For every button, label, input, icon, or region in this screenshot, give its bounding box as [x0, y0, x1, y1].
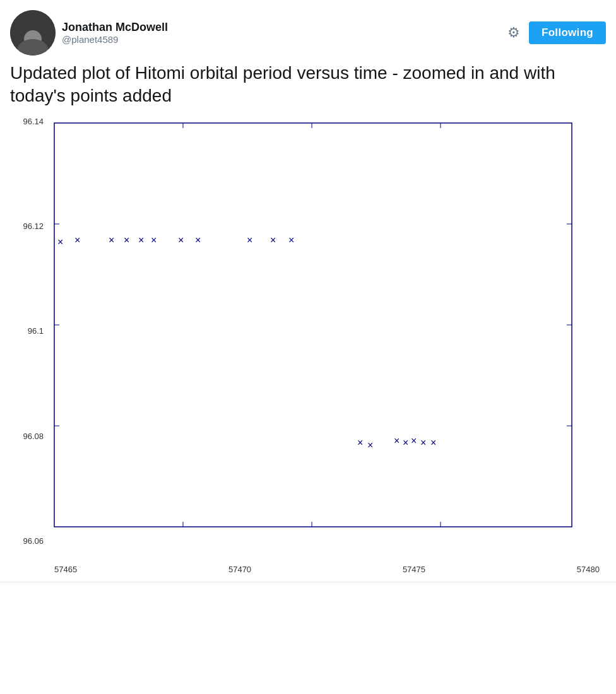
svg-text:×: × — [288, 235, 294, 245]
x-label-3: 57475 — [403, 565, 425, 574]
user-handle: @planet4589 — [62, 34, 168, 45]
svg-text:×: × — [403, 437, 408, 448]
user-name: Jonathan McDowell — [62, 21, 168, 34]
svg-text:×: × — [74, 235, 80, 245]
svg-text:×: × — [420, 437, 426, 448]
y-label-4: 96.08 — [9, 432, 44, 441]
y-label-1: 96.14 — [9, 117, 44, 126]
svg-text:×: × — [124, 235, 129, 245]
y-axis: 96.14 96.12 96.1 96.08 96.06 — [9, 117, 44, 546]
svg-text:×: × — [367, 440, 373, 450]
y-label-2: 96.12 — [9, 221, 44, 231]
chart-area: 96.14 96.12 96.1 96.08 96.06 — [48, 117, 606, 546]
svg-text:×: × — [151, 235, 157, 245]
tweet-text: Updated plot of Hitomi orbital period ve… — [10, 62, 606, 108]
svg-rect-0 — [54, 123, 572, 527]
svg-text:×: × — [195, 235, 201, 245]
x-axis: 57465 57470 57475 57480 — [54, 565, 600, 574]
svg-text:×: × — [109, 235, 114, 245]
svg-text:×: × — [270, 235, 276, 245]
header-right: ⚙ Following — [507, 21, 606, 44]
y-label-5: 96.06 — [9, 536, 44, 546]
user-info: Jonathan McDowell @planet4589 — [62, 21, 168, 45]
svg-text:×: × — [394, 435, 400, 446]
svg-text:×: × — [57, 237, 63, 247]
chart-svg: × × × × × × × × × × × — [48, 117, 578, 546]
svg-text:×: × — [430, 437, 436, 448]
x-label-2: 57470 — [228, 565, 251, 574]
svg-text:×: × — [178, 235, 184, 245]
y-label-3: 96.1 — [9, 326, 44, 336]
x-label-4: 57480 — [577, 565, 600, 574]
svg-text:×: × — [247, 235, 252, 245]
svg-text:×: × — [357, 437, 363, 448]
follow-button[interactable]: Following — [529, 21, 606, 44]
avatar — [10, 10, 56, 56]
chart-container: 96.14 96.12 96.1 96.08 96.06 — [10, 117, 606, 574]
x-label-1: 57465 — [54, 565, 77, 574]
tweet-card: Jonathan McDowell @planet4589 ⚙ Followin… — [0, 0, 616, 582]
tweet-header: Jonathan McDowell @planet4589 ⚙ Followin… — [10, 10, 606, 56]
svg-text:×: × — [411, 435, 417, 446]
header-left: Jonathan McDowell @planet4589 — [10, 10, 168, 56]
svg-text:×: × — [138, 235, 144, 245]
gear-icon[interactable]: ⚙ — [507, 25, 520, 41]
